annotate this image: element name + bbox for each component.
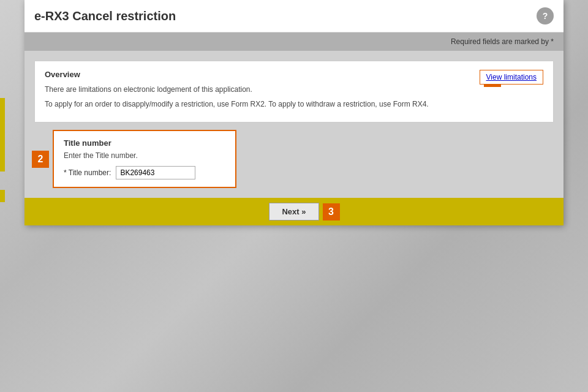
title-number-label: * Title number: — [64, 168, 111, 177]
page-title: e-RX3 Cancel restriction — [34, 9, 176, 23]
overview-section: Overview There are limitations on electr… — [34, 61, 554, 123]
left-accent-bar-2 — [0, 190, 5, 202]
title-number-row: * Title number: — [64, 166, 225, 179]
navigation-bar: Next » 3 — [24, 198, 564, 225]
step-badge-3: 3 — [323, 203, 340, 221]
required-fields-bar: Required fields are marked by * — [24, 32, 564, 51]
title-number-input[interactable] — [116, 166, 195, 179]
help-icon[interactable]: ? — [537, 7, 554, 24]
title-number-section: Title number Enter the Title number. * T… — [53, 130, 236, 188]
next-button-wrapper: Next » 3 — [269, 203, 318, 221]
title-number-heading: Title number — [64, 138, 225, 148]
content-area: Overview There are limitations on electr… — [24, 51, 564, 198]
view-limitations-button[interactable]: View limitations — [480, 70, 543, 85]
next-button[interactable]: Next » — [269, 203, 318, 221]
overview-line2: To apply for an order to disapply/modify… — [45, 99, 543, 110]
step-badge-2: 2 — [32, 151, 49, 168]
header-bar: e-RX3 Cancel restriction ? — [24, 0, 564, 32]
title-section-wrapper: 2 Title number Enter the Title number. *… — [53, 130, 236, 188]
title-number-description: Enter the Title number. — [64, 151, 225, 160]
required-fields-text: Required fields are marked by * — [451, 37, 554, 46]
left-accent-bar-1 — [0, 98, 5, 172]
overview-line1: There are limitations on electronic lodg… — [45, 84, 543, 95]
main-container: e-RX3 Cancel restriction ? Required fiel… — [24, 0, 564, 225]
overview-title: Overview — [45, 70, 543, 79]
